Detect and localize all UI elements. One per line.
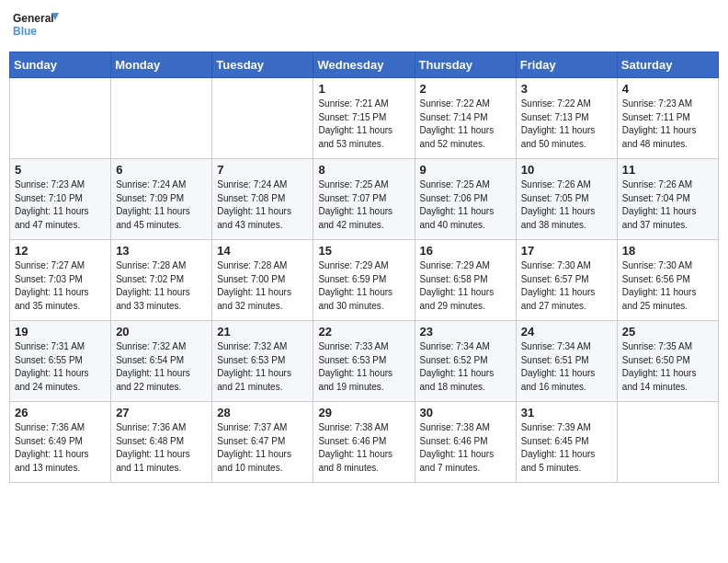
day-info: Sunrise: 7:35 AM Sunset: 6:50 PM Dayligh… <box>622 340 713 394</box>
page-header: General Blue <box>9 9 719 44</box>
calendar-cell: 9Sunrise: 7:25 AM Sunset: 7:06 PM Daylig… <box>415 159 516 240</box>
calendar: SundayMondayTuesdayWednesdayThursdayFrid… <box>9 52 719 483</box>
day-number: 11 <box>622 163 713 177</box>
day-number: 30 <box>420 406 511 419</box>
day-info: Sunrise: 7:28 AM Sunset: 7:00 PM Dayligh… <box>217 259 308 313</box>
day-info: Sunrise: 7:39 AM Sunset: 6:45 PM Dayligh… <box>521 421 612 475</box>
day-number: 26 <box>15 406 106 419</box>
weekday-friday: Friday <box>516 52 617 78</box>
week-row-4: 19Sunrise: 7:31 AM Sunset: 6:55 PM Dayli… <box>10 321 719 402</box>
calendar-cell: 10Sunrise: 7:26 AM Sunset: 7:05 PM Dayli… <box>516 159 617 240</box>
calendar-cell: 6Sunrise: 7:24 AM Sunset: 7:09 PM Daylig… <box>111 159 212 240</box>
day-number: 3 <box>521 82 612 96</box>
weekday-header-row: SundayMondayTuesdayWednesdayThursdayFrid… <box>10 52 719 78</box>
svg-text:Blue: Blue <box>13 25 37 38</box>
day-info: Sunrise: 7:36 AM Sunset: 6:49 PM Dayligh… <box>15 421 106 475</box>
day-info: Sunrise: 7:32 AM Sunset: 6:53 PM Dayligh… <box>217 340 308 394</box>
day-number: 5 <box>15 163 106 177</box>
calendar-cell: 25Sunrise: 7:35 AM Sunset: 6:50 PM Dayli… <box>617 321 718 402</box>
day-info: Sunrise: 7:30 AM Sunset: 6:56 PM Dayligh… <box>622 259 713 313</box>
calendar-cell <box>111 78 212 159</box>
day-info: Sunrise: 7:22 AM Sunset: 7:13 PM Dayligh… <box>521 98 612 151</box>
logo-svg: General Blue <box>13 9 59 44</box>
day-info: Sunrise: 7:23 AM Sunset: 7:10 PM Dayligh… <box>15 178 106 232</box>
day-number: 15 <box>318 244 409 258</box>
calendar-cell: 8Sunrise: 7:25 AM Sunset: 7:07 PM Daylig… <box>313 159 415 240</box>
day-info: Sunrise: 7:25 AM Sunset: 7:07 PM Dayligh… <box>318 178 409 232</box>
day-number: 18 <box>622 244 713 258</box>
calendar-cell: 29Sunrise: 7:38 AM Sunset: 6:46 PM Dayli… <box>313 402 415 483</box>
weekday-wednesday: Wednesday <box>313 52 415 78</box>
day-info: Sunrise: 7:27 AM Sunset: 7:03 PM Dayligh… <box>15 259 106 313</box>
day-number: 2 <box>420 82 511 96</box>
day-info: Sunrise: 7:34 AM Sunset: 6:52 PM Dayligh… <box>420 340 511 394</box>
day-number: 22 <box>318 325 409 339</box>
calendar-cell: 22Sunrise: 7:33 AM Sunset: 6:53 PM Dayli… <box>313 321 415 402</box>
day-info: Sunrise: 7:38 AM Sunset: 6:46 PM Dayligh… <box>318 421 409 475</box>
weekday-monday: Monday <box>111 52 212 78</box>
day-number: 21 <box>217 325 308 339</box>
calendar-cell: 23Sunrise: 7:34 AM Sunset: 6:52 PM Dayli… <box>415 321 516 402</box>
day-number: 7 <box>217 163 308 177</box>
day-number: 23 <box>420 325 511 339</box>
calendar-cell: 20Sunrise: 7:32 AM Sunset: 6:54 PM Dayli… <box>111 321 212 402</box>
day-info: Sunrise: 7:26 AM Sunset: 7:04 PM Dayligh… <box>622 178 713 232</box>
day-info: Sunrise: 7:33 AM Sunset: 6:53 PM Dayligh… <box>318 340 409 394</box>
day-info: Sunrise: 7:24 AM Sunset: 7:09 PM Dayligh… <box>116 178 207 232</box>
day-number: 25 <box>622 325 713 339</box>
calendar-cell <box>212 78 313 159</box>
day-number: 6 <box>116 163 207 177</box>
calendar-cell: 3Sunrise: 7:22 AM Sunset: 7:13 PM Daylig… <box>516 78 617 159</box>
svg-text:General: General <box>13 12 54 25</box>
weekday-saturday: Saturday <box>617 52 718 78</box>
day-info: Sunrise: 7:25 AM Sunset: 7:06 PM Dayligh… <box>420 178 511 232</box>
week-row-1: 1Sunrise: 7:21 AM Sunset: 7:15 PM Daylig… <box>10 78 719 159</box>
day-info: Sunrise: 7:32 AM Sunset: 6:54 PM Dayligh… <box>116 340 207 394</box>
day-info: Sunrise: 7:29 AM Sunset: 6:59 PM Dayligh… <box>318 259 409 313</box>
weekday-tuesday: Tuesday <box>212 52 313 78</box>
calendar-cell: 4Sunrise: 7:23 AM Sunset: 7:11 PM Daylig… <box>617 78 718 159</box>
calendar-cell: 26Sunrise: 7:36 AM Sunset: 6:49 PM Dayli… <box>10 402 111 483</box>
day-info: Sunrise: 7:36 AM Sunset: 6:48 PM Dayligh… <box>116 421 207 475</box>
calendar-cell: 31Sunrise: 7:39 AM Sunset: 6:45 PM Dayli… <box>516 402 617 483</box>
calendar-cell: 2Sunrise: 7:22 AM Sunset: 7:14 PM Daylig… <box>415 78 516 159</box>
calendar-cell: 1Sunrise: 7:21 AM Sunset: 7:15 PM Daylig… <box>313 78 415 159</box>
weekday-thursday: Thursday <box>415 52 516 78</box>
calendar-cell: 19Sunrise: 7:31 AM Sunset: 6:55 PM Dayli… <box>10 321 111 402</box>
calendar-cell: 15Sunrise: 7:29 AM Sunset: 6:59 PM Dayli… <box>313 240 415 321</box>
calendar-cell: 11Sunrise: 7:26 AM Sunset: 7:04 PM Dayli… <box>617 159 718 240</box>
day-number: 8 <box>318 163 409 177</box>
calendar-cell: 21Sunrise: 7:32 AM Sunset: 6:53 PM Dayli… <box>212 321 313 402</box>
day-number: 16 <box>420 244 511 258</box>
calendar-cell: 27Sunrise: 7:36 AM Sunset: 6:48 PM Dayli… <box>111 402 212 483</box>
calendar-body: 1Sunrise: 7:21 AM Sunset: 7:15 PM Daylig… <box>10 78 719 483</box>
day-info: Sunrise: 7:23 AM Sunset: 7:11 PM Dayligh… <box>622 98 713 151</box>
day-number: 12 <box>15 244 106 258</box>
day-info: Sunrise: 7:21 AM Sunset: 7:15 PM Dayligh… <box>318 98 409 151</box>
week-row-5: 26Sunrise: 7:36 AM Sunset: 6:49 PM Dayli… <box>10 402 719 483</box>
calendar-cell: 18Sunrise: 7:30 AM Sunset: 6:56 PM Dayli… <box>617 240 718 321</box>
day-info: Sunrise: 7:29 AM Sunset: 6:58 PM Dayligh… <box>420 259 511 313</box>
day-number: 19 <box>15 325 106 339</box>
calendar-cell: 30Sunrise: 7:38 AM Sunset: 6:46 PM Dayli… <box>415 402 516 483</box>
week-row-2: 5Sunrise: 7:23 AM Sunset: 7:10 PM Daylig… <box>10 159 719 240</box>
day-number: 31 <box>521 406 612 419</box>
calendar-cell: 5Sunrise: 7:23 AM Sunset: 7:10 PM Daylig… <box>10 159 111 240</box>
logo: General Blue <box>13 9 59 44</box>
calendar-cell: 13Sunrise: 7:28 AM Sunset: 7:02 PM Dayli… <box>111 240 212 321</box>
day-number: 27 <box>116 406 207 419</box>
day-number: 28 <box>217 406 308 419</box>
day-number: 10 <box>521 163 612 177</box>
weekday-sunday: Sunday <box>10 52 111 78</box>
day-number: 14 <box>217 244 308 258</box>
week-row-3: 12Sunrise: 7:27 AM Sunset: 7:03 PM Dayli… <box>10 240 719 321</box>
day-number: 24 <box>521 325 612 339</box>
day-info: Sunrise: 7:30 AM Sunset: 6:57 PM Dayligh… <box>521 259 612 313</box>
day-number: 1 <box>318 82 409 96</box>
calendar-cell <box>617 402 718 483</box>
calendar-cell: 14Sunrise: 7:28 AM Sunset: 7:00 PM Dayli… <box>212 240 313 321</box>
day-number: 20 <box>116 325 207 339</box>
day-info: Sunrise: 7:28 AM Sunset: 7:02 PM Dayligh… <box>116 259 207 313</box>
day-number: 17 <box>521 244 612 258</box>
calendar-cell: 16Sunrise: 7:29 AM Sunset: 6:58 PM Dayli… <box>415 240 516 321</box>
